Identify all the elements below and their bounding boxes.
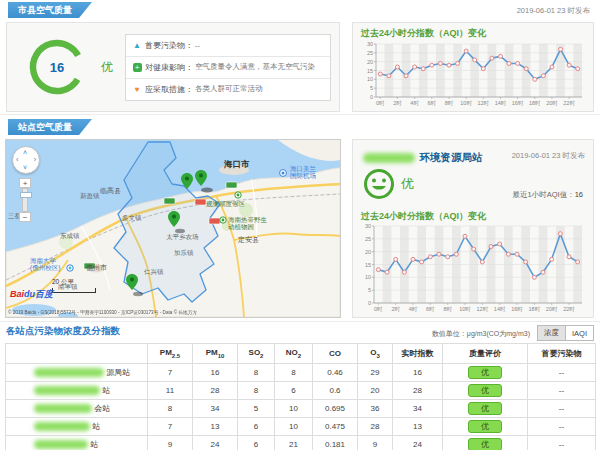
svg-text:14时: 14时: [494, 306, 506, 312]
station-name-redacted: [363, 153, 415, 163]
value-cell: 24: [393, 436, 443, 450]
station-aqi-level: 优: [401, 175, 414, 193]
column-header: SO2: [238, 344, 275, 364]
svg-text:8时: 8时: [445, 100, 454, 106]
zoom-slider-handle[interactable]: [20, 192, 32, 198]
air-quality-dashboard: 市县空气质量 2019-06-01 23 时发布 16 优 ▲首要污染物：--+…: [0, 0, 600, 450]
svg-text:6时: 6时: [426, 306, 435, 312]
measures-heart-icon: ♥: [135, 85, 140, 94]
station-name: 环境资源局站: [419, 151, 482, 163]
university-poi-icon: [67, 265, 73, 271]
health-plus-icon: +: [133, 63, 142, 72]
quality-rating-badge: 优: [468, 438, 502, 450]
svg-text:2时: 2时: [391, 306, 400, 312]
section-tab-city[interactable]: 市县空气质量: [8, 2, 92, 18]
primary-pollutant-cell: --: [528, 418, 596, 436]
value-cell: 9: [358, 436, 393, 450]
svg-text:0: 0: [368, 300, 371, 306]
quality-rating-badge: 优: [468, 420, 502, 433]
svg-text:22时: 22时: [563, 100, 575, 106]
svg-text:20时: 20时: [546, 100, 558, 106]
svg-text:30: 30: [365, 223, 371, 229]
station-pin-icon[interactable]: [181, 173, 193, 193]
value-cell: 20: [358, 382, 393, 400]
station-detail-panel: 环境资源局站 2019-06-01 23 时发布 优 最近1小时AQI值：16 …: [352, 139, 594, 318]
station-pin-icon[interactable]: [195, 170, 207, 190]
section-tab-station-label: 站点空气质量: [18, 122, 72, 132]
svg-text:15: 15: [367, 68, 373, 74]
city-chart-title: 过去24小时分指数（AQI）变化: [361, 27, 486, 40]
primary-pollutant-cell: --: [528, 382, 596, 400]
value-cell: 0.695: [313, 400, 358, 418]
toggle-IAQI[interactable]: IAQI: [565, 325, 594, 341]
svg-text:20时: 20时: [546, 306, 558, 312]
resort-poi-icon: [235, 192, 241, 198]
map-scale-line: [52, 288, 96, 293]
info-label: 应采取措施：: [145, 84, 193, 95]
info-row: ▲首要污染物：--: [126, 35, 330, 57]
unit-toggle-group: 浓度IAQI: [538, 325, 594, 341]
rating-cell: 优: [443, 364, 528, 382]
svg-text:25: 25: [367, 50, 373, 56]
value-cell: 10: [275, 418, 313, 436]
station-name-redacted: [34, 440, 88, 449]
section-divider: [0, 321, 600, 322]
info-value: --: [195, 41, 200, 50]
value-cell: 0.181: [313, 436, 358, 450]
station-name-row: 环境资源局站: [363, 148, 482, 166]
svg-text:6时: 6时: [428, 100, 437, 106]
map-pan-control[interactable]: ˄ ˅ ‹ ›: [12, 146, 40, 174]
aqi-gauge: 16: [25, 35, 89, 99]
rating-cell: 优: [443, 418, 528, 436]
quality-rating-badge: 优: [468, 366, 502, 379]
svg-text:25: 25: [365, 236, 371, 242]
svg-text:10时: 10时: [459, 306, 471, 312]
value-cell: 7: [148, 364, 193, 382]
svg-text:20: 20: [367, 59, 373, 65]
primary-pollutant-cell: --: [528, 400, 596, 418]
value-cell: 34: [393, 400, 443, 418]
column-header: PM10: [193, 344, 238, 364]
svg-text:16时: 16时: [512, 100, 524, 106]
info-label: 对健康影响：: [145, 62, 193, 73]
svg-text:0时: 0时: [374, 306, 383, 312]
map-copyright: © 2019 Baidu - GS(2018)5572号 - 甲测资字11009…: [8, 309, 197, 316]
station-name-cell: 站: [6, 436, 148, 450]
svg-text:12时: 12时: [477, 100, 489, 106]
station-name-suffix: 会站: [92, 404, 110, 413]
section-tab-station[interactable]: 站点空气质量: [8, 119, 92, 135]
map-scale-label: 20 公里: [52, 278, 74, 285]
svg-text:15: 15: [365, 262, 371, 268]
pan-up-icon[interactable]: ˄: [23, 149, 27, 156]
zoom-in-button[interactable]: +: [19, 178, 31, 188]
toggle-浓度[interactable]: 浓度: [537, 325, 566, 341]
station-pin-icon[interactable]: [126, 274, 138, 294]
map-zoom-control: + −: [19, 178, 31, 222]
station-name-redacted: [34, 404, 92, 413]
pan-right-icon[interactable]: ›: [34, 156, 36, 163]
zoom-out-button[interactable]: −: [19, 212, 31, 222]
primary-pollutant-cell: --: [528, 364, 596, 382]
station-pin-icon[interactable]: [168, 211, 180, 231]
svg-text:18时: 18时: [529, 100, 541, 106]
station-map[interactable]: 海口市临高县儋州市定安县三都镇新盈镇东成镇多文镇南丰镇仁兴镇加乐镇太平乡农场海口…: [5, 139, 341, 318]
rating-cell: 优: [443, 436, 528, 450]
column-header: 质量评价: [443, 344, 528, 364]
city-aqi-panel: 16 优 ▲首要污染物：--+对健康影响：空气质量令人满意，基本无空气污染♥应采…: [6, 22, 340, 112]
svg-text:10时: 10时: [460, 100, 472, 106]
unit-label: 数值单位：μg/m3(CO为mg/m3): [432, 329, 530, 339]
station-name-cell: 会站: [6, 400, 148, 418]
baidu-logo[interactable]: Baidu百度: [10, 288, 53, 301]
value-cell: 7: [148, 418, 193, 436]
rating-cell: 优: [443, 382, 528, 400]
table-title: 各站点污染物浓度及分指数: [6, 325, 120, 338]
map-controls: ˄ ˅ ‹ › + −: [12, 146, 40, 174]
pan-left-icon[interactable]: ‹: [16, 156, 18, 163]
info-row: ♥应采取措施：各类人群可正常活动: [126, 79, 330, 100]
column-header: O3: [358, 344, 393, 364]
pan-down-icon[interactable]: ˅: [23, 164, 27, 171]
info-row: +对健康影响：空气质量令人满意，基本无空气污染: [126, 57, 330, 79]
value-cell: 8: [238, 364, 275, 382]
info-value: 空气质量令人满意，基本无空气污染: [195, 62, 315, 72]
zoom-slider[interactable]: [22, 188, 28, 212]
